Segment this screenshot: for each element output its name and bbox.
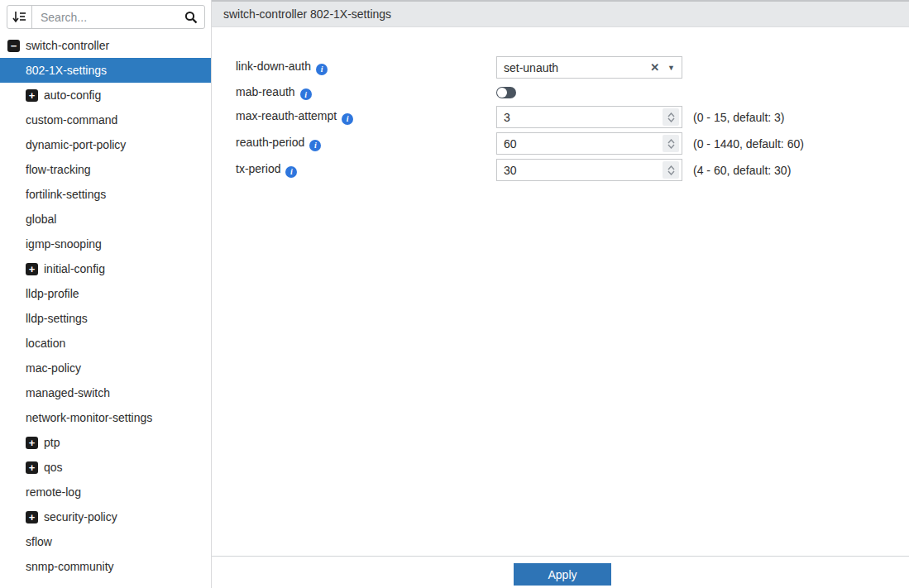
sidebar-item-auto-config[interactable]: + auto-config bbox=[0, 83, 211, 108]
search-bar bbox=[7, 5, 205, 29]
sidebar-item-lldp-settings[interactable]: lldp-settings bbox=[0, 306, 211, 331]
quantity-stepper[interactable] bbox=[663, 135, 679, 152]
page-title-bar: switch-controller 802-1X-settings bbox=[212, 0, 909, 27]
field-row-mab-reauth: mab-reauthi bbox=[212, 84, 232, 102]
page-title: switch-controller 802-1X-settings bbox=[223, 7, 391, 21]
sidebar-item-initial-config[interactable]: + initial-config bbox=[0, 256, 211, 281]
sidebar-item-global[interactable]: global bbox=[0, 207, 211, 232]
sidebar-item-network-monitor-settings[interactable]: network-monitor-settings bbox=[0, 405, 211, 430]
sidebar-item-igmp-snooping[interactable]: igmp-snooping bbox=[0, 232, 211, 256]
sidebar-item-sflow[interactable]: sflow bbox=[0, 529, 211, 554]
sort-button[interactable] bbox=[7, 6, 32, 28]
search-input[interactable] bbox=[32, 6, 178, 28]
sidebar: − switch-controller 802-1X-settings + au… bbox=[0, 0, 212, 588]
quantity-stepper[interactable] bbox=[663, 108, 679, 126]
quantity-stepper[interactable] bbox=[663, 161, 679, 179]
toggle-knob bbox=[497, 88, 507, 98]
sidebar-item-qos[interactable]: + qos bbox=[0, 455, 211, 480]
chevron-down-icon[interactable]: ▼ bbox=[667, 64, 675, 72]
range-hint: (0 - 15, default: 3) bbox=[693, 111, 785, 124]
sidebar-item-custom-command[interactable]: custom-command bbox=[0, 108, 211, 132]
info-icon[interactable]: i bbox=[309, 140, 321, 151]
sidebar-item-managed-switch[interactable]: managed-switch bbox=[0, 380, 211, 405]
spinner-down-icon bbox=[667, 170, 675, 175]
sidebar-item-ptp[interactable]: + ptp bbox=[0, 430, 211, 455]
main-panel: switch-controller 802-1X-settings link-d… bbox=[212, 0, 909, 588]
info-icon[interactable]: i bbox=[300, 88, 312, 100]
sidebar-item-lldp-profile[interactable]: lldp-profile bbox=[0, 281, 211, 306]
sidebar-item-security-policy[interactable]: + security-policy bbox=[0, 504, 211, 529]
sort-icon bbox=[12, 11, 26, 23]
max-reauth-attempt-input[interactable] bbox=[497, 111, 663, 124]
expand-icon[interactable]: + bbox=[26, 511, 38, 523]
settings-form: link-down-authi set-unauth ✕ ▼ mab-reaut… bbox=[212, 27, 909, 523]
select-value: set-unauth bbox=[504, 61, 650, 74]
spinner-down-icon bbox=[667, 144, 675, 149]
clear-icon[interactable]: ✕ bbox=[650, 61, 659, 74]
apply-button[interactable]: Apply bbox=[514, 563, 611, 586]
tree-root-switch-controller[interactable]: − switch-controller bbox=[0, 33, 211, 58]
field-label: link-down-authi bbox=[236, 60, 328, 75]
tx-period-input-wrap bbox=[496, 159, 682, 181]
reauth-period-input-wrap bbox=[496, 132, 682, 155]
field-label: tx-periodi bbox=[236, 162, 297, 178]
sidebar-item-fortilink-settings[interactable]: fortilink-settings bbox=[0, 182, 211, 207]
info-icon[interactable]: i bbox=[316, 64, 328, 75]
tree-root-label: switch-controller bbox=[26, 39, 109, 52]
sidebar-item-802-1X-settings[interactable]: 802-1X-settings bbox=[0, 58, 211, 83]
search-button[interactable] bbox=[178, 6, 204, 28]
expand-icon[interactable]: + bbox=[26, 437, 38, 449]
spinner-down-icon bbox=[667, 117, 675, 122]
sidebar-item-dynamic-port-policy[interactable]: dynamic-port-policy bbox=[0, 132, 211, 157]
sidebar-item-mac-policy[interactable]: mac-policy bbox=[0, 356, 211, 380]
config-tree: − switch-controller 802-1X-settings + au… bbox=[0, 33, 211, 579]
link-down-auth-select[interactable]: set-unauth ✕ ▼ bbox=[496, 56, 682, 79]
info-icon[interactable]: i bbox=[285, 166, 297, 178]
field-label: max-reauth-attempti bbox=[236, 109, 353, 125]
range-hint: (0 - 1440, default: 60) bbox=[693, 137, 804, 151]
expand-icon[interactable]: + bbox=[26, 461, 38, 474]
tx-period-input[interactable] bbox=[497, 164, 663, 177]
expand-icon[interactable]: + bbox=[26, 89, 38, 102]
expand-icon[interactable]: + bbox=[26, 263, 38, 275]
range-hint: (4 - 60, default: 30) bbox=[693, 164, 791, 177]
info-icon[interactable]: i bbox=[342, 113, 353, 125]
field-label: reauth-periodi bbox=[236, 136, 321, 151]
sidebar-item-remote-log[interactable]: remote-log bbox=[0, 480, 211, 504]
mab-reauth-toggle[interactable] bbox=[496, 87, 516, 98]
collapse-icon[interactable]: − bbox=[7, 40, 20, 52]
field-label: mab-reauthi bbox=[236, 85, 312, 101]
max-reauth-attempt-input-wrap bbox=[496, 106, 682, 128]
footer-divider bbox=[212, 556, 909, 557]
sidebar-item-location[interactable]: location bbox=[0, 331, 211, 356]
search-icon bbox=[184, 11, 198, 24]
sidebar-item-snmp-community[interactable]: snmp-community bbox=[0, 554, 211, 579]
sidebar-item-flow-tracking[interactable]: flow-tracking bbox=[0, 157, 211, 182]
reauth-period-input[interactable] bbox=[497, 137, 663, 151]
